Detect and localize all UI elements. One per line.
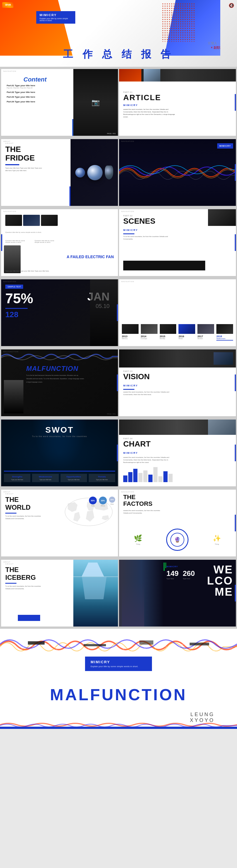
factors-items: 🌿 Thing 🔮 ✨ Thing [122, 529, 233, 551]
iceberg-below [79, 577, 110, 599]
welcome-person [122, 582, 144, 626]
cover-slide: 演汽网 🔇 MIMICRY Explain your title by some… [0, 0, 237, 67]
tl-img-2018 [216, 324, 233, 334]
slide5-content [119, 139, 236, 206]
world-dot-indicators: 50% Asia 30% Africa 20% Other [89, 497, 115, 506]
world-dot-3: 20% Other [109, 497, 115, 506]
fridge-blue-bar [5, 164, 19, 165]
cover-dots [162, 3, 195, 42]
slide16-label: ABOUT [3, 561, 10, 563]
scenes-mimicry: MIMICRY [123, 229, 138, 231]
slide-welcome: MALFUNCTION MIMICRY 149 Type here 260 Ty… [119, 560, 236, 626]
tl-label-2018: Wolfershere [216, 338, 233, 339]
mal-text3: a large language ocean. [26, 381, 115, 383]
slide-fridge: ABOUT ABOUT THE FRIDGE Type your title h… [1, 139, 118, 206]
metal-shape [105, 165, 113, 180]
final-bottom-wave [0, 720, 237, 729]
content-item-4: Part.04 Type your title here [7, 100, 35, 103]
world-dot-circle-2: 30% [99, 497, 107, 504]
tl-year-2018: 2018 [216, 335, 233, 338]
slide-article: NAVIGATION PART.01 ARTICLE MIMICRY seate… [119, 69, 236, 136]
vision-bar [123, 389, 134, 390]
world-dot-label-2: Africa [99, 505, 107, 506]
final-mimicry-sub: Explain your title by some simple words … [90, 665, 147, 668]
bar-6 [148, 475, 153, 482]
fan-img3 [41, 215, 58, 226]
swot-title: SWOT [1, 425, 118, 435]
slides-grid-row1: NAVIGATION Content Part.01 Type your tit… [0, 68, 237, 137]
iceberg-above [82, 562, 104, 577]
slide5-mimicry-box: MIMICRY [217, 143, 233, 149]
swot-weaknesses-title: Weaknesses [34, 475, 57, 478]
scenes-text: Tu to the word mountains, far from the c… [123, 235, 174, 240]
logo-text: 演汽网 [5, 4, 11, 6]
article-img-inner [119, 69, 141, 82]
cover-subtitle: 汇报人： × 副职 [208, 41, 220, 50]
iceberg-blue-box [18, 615, 40, 621]
world-dot-1: 50% Asia [89, 497, 97, 506]
mal-text2: Valuable and true words. Tu to the Mount… [26, 377, 87, 380]
final-mimicry-title: MIMICRY [90, 660, 147, 664]
tl-label-2013: Mimicry [122, 338, 138, 339]
factor-item-1: 🌿 Thing [134, 534, 142, 545]
fan-img2 [23, 215, 40, 226]
tl-line-2018 [216, 340, 233, 341]
factors-text: seated the word mountains, far from the … [123, 509, 165, 515]
cover-orange-shape [0, 0, 73, 56]
scenes-part-label: PART.02 [123, 215, 174, 217]
factor-label-1: Thing [134, 543, 142, 545]
vision-content: PART.03 VISION MIMICRY seated the word m… [123, 370, 176, 396]
chart-part-label: PART.04 [123, 438, 174, 440]
slide2-num: PAGE / 001 [107, 133, 116, 134]
vision-part-label: PART.03 [123, 370, 176, 372]
bar-4 [138, 473, 142, 482]
swot-blue-accent [117, 444, 118, 461]
bar-1 [123, 475, 127, 482]
slide5-blue-accent [235, 164, 236, 181]
world-map-area: 50% Asia 30% Africa 20% Other [62, 495, 115, 529]
fridge-objects [75, 165, 113, 180]
slides-grid-row5: MALFUNCTION MALFUNCTION Tu to the far la… [0, 348, 237, 417]
article-top-image [119, 69, 236, 89]
mal-wave-svg [1, 349, 118, 363]
article-blue-accent [235, 94, 236, 111]
final-slide: MIMICRY Explain your title by some simpl… [0, 629, 237, 729]
slide-vision: NAVIGATION PART.03 VISION MIMICRY seated… [119, 349, 236, 416]
fan-subtitle3: Question title title by some simple word… [34, 240, 57, 243]
tl-year-2016: 2016 [179, 335, 195, 338]
article-text: seated the word mountain, far from the c… [123, 108, 176, 118]
mal-glitch-top [1, 349, 118, 363]
stats-percent: 75% [5, 290, 33, 307]
cover-mimicry-box: MIMICRY Explain your title by some simpl… [36, 11, 75, 24]
welcome-green-accent2 [165, 562, 166, 568]
factor-item-3: ✨ Thing [213, 534, 221, 545]
welcome-mimicry: MIMICRY [166, 565, 195, 568]
stats-blue-box: SAMPLE TEXT [5, 283, 23, 289]
stats-person-image [90, 279, 118, 346]
world-dot-circle-3: 20% [109, 497, 115, 503]
scenes-bottom-image [123, 261, 205, 271]
ci1-title: Part.01 Type your title here [7, 84, 35, 87]
welcome-nums: 149 Type here 260 Type here [166, 569, 195, 580]
mal-blue-accent [117, 374, 118, 391]
tl-img-2014 [141, 324, 158, 334]
final-blue-box: MIMICRY Explain your title by some simpl… [85, 657, 152, 671]
final-bottom-glitch [0, 720, 237, 729]
world-title-block: THE WORLD [5, 496, 42, 512]
iceberg-title-line2: ICEBERG [5, 574, 42, 582]
logo: 演汽网 [2, 2, 14, 8]
slides-grid-row7: ABOUT ABOUT THE WORLD Tu to the word mou… [0, 489, 237, 558]
timeline-2014: 2014 Concept [141, 324, 158, 341]
welcome-num1-area: 149 Type here [166, 569, 179, 580]
content-item-3: Part.03 Type your title here [7, 96, 35, 98]
swot-strengths-title: Strengths [6, 475, 29, 478]
world-about-label: ABOUT [5, 493, 42, 495]
fridge-title-line1: THE [5, 145, 44, 154]
stats-blue-accent [117, 304, 118, 321]
factors-content: THE FACTORS seated the word mountains, f… [123, 494, 165, 515]
slide7-label: NAVIGATION [121, 211, 134, 212]
bar-5 [143, 470, 148, 482]
swot-weaknesses-text: Type your title here [34, 479, 57, 480]
slides-grid-row3: NAVIGATION Question title title by some … [0, 208, 237, 277]
timeline-2015: 2015 Worldly [160, 324, 177, 341]
